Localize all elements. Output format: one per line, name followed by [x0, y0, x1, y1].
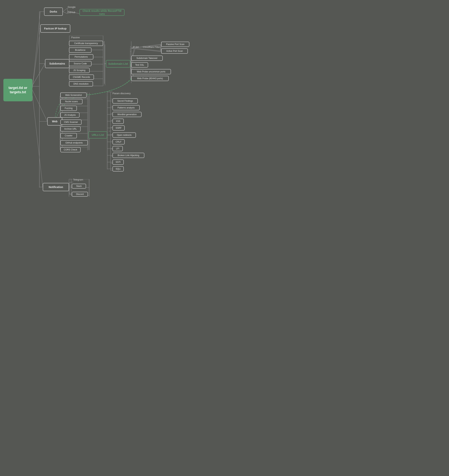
- sqli-box: SQLi: [112, 166, 124, 172]
- passive-port-scan-label: Passive Port Scan: [166, 43, 185, 46]
- secret-findings-label: Secret Findings: [117, 100, 133, 102]
- github-endpoints-box: GitHub endpoints: [60, 140, 88, 145]
- wordlist-generation-box: Wordlist generation: [112, 112, 141, 117]
- web-probe-80-443-box: Web Probe (80/443 ports): [131, 76, 169, 81]
- secret-findings-box: Secret Findings: [112, 98, 138, 103]
- js-analysis-label: JS Analysis: [64, 114, 76, 116]
- favicon-box: Favicon IP lookup: [40, 24, 70, 33]
- notification-box: Notification: [43, 183, 69, 191]
- discord-label: Discord: [76, 193, 84, 195]
- passive-label: Passive: [71, 36, 80, 39]
- svg-line-4: [33, 96, 43, 187]
- source-code-label: Source Code: [74, 62, 87, 65]
- wordlist-generation-label: Wordlist generation: [117, 113, 137, 116]
- broken-link-box: Broken Link Hijacking: [112, 153, 144, 158]
- js-analysis-box: JS Analysis: [60, 112, 79, 118]
- svg-line-67: [104, 41, 130, 46]
- cms-scanner-box: CMS Scanner: [60, 120, 82, 125]
- open-redirects-box: Open redirects: [112, 132, 136, 138]
- dorks-box: Dorks: [44, 7, 63, 16]
- lfi-box: LFI: [112, 146, 123, 151]
- slack-label: Slack: [76, 185, 82, 187]
- js-scraping-label: JS Scraping: [73, 69, 85, 72]
- patterns-analysis-label: Patterns analysis: [118, 106, 135, 109]
- cname-records-label: CNAME Records: [73, 76, 90, 78]
- web-box: Web: [47, 117, 62, 126]
- cms-scanner-label: CMS Scanner: [64, 121, 78, 123]
- favicon-label: Favicon IP lookup: [44, 27, 67, 30]
- lfi-label: LFI: [116, 147, 119, 150]
- slack-box: Slack: [72, 184, 86, 189]
- telegram-label: Telegram: [73, 178, 83, 181]
- ssrf-label: SSRF: [116, 127, 122, 129]
- permutations-label: Permutations: [75, 56, 88, 58]
- dns-resolution-box: DNS resolution: [69, 81, 93, 86]
- github-endpoints-label: GitHub endpoints: [65, 142, 83, 144]
- archive-url-box: Archive URL: [60, 126, 81, 132]
- svg-line-1: [33, 29, 40, 88]
- dns-resolution-label: DNS resolution: [73, 83, 89, 85]
- cors-check-box: CORS Check: [60, 147, 81, 152]
- subdomains-box: Subdomains: [45, 59, 69, 68]
- test-ssl-label: Test SSL: [135, 64, 144, 66]
- source-code-box: Source Code: [69, 61, 91, 66]
- google-label: Google: [68, 6, 76, 8]
- root-label: target.tld or targets.txt: [3, 86, 33, 95]
- web-label: Web: [52, 120, 57, 123]
- test-ssl-box: Test SSL: [131, 62, 148, 68]
- xss-box: XSS: [112, 119, 124, 124]
- active-port-scan-box: Active Port Scan: [161, 48, 188, 54]
- svg-line-7: [63, 12, 67, 14]
- cors-check-label: CORS Check: [64, 149, 77, 151]
- subdomain-list-box: Subdomain List: [106, 60, 130, 68]
- crawler-label: Crawler: [65, 134, 72, 137]
- fuzzing-label: Fuzzing: [65, 107, 73, 109]
- patterns-analysis-box: Patterns analysis: [112, 105, 140, 110]
- open-redirects-label: Open redirects: [117, 134, 132, 136]
- cname-records-box: CNAME Records: [69, 75, 94, 80]
- nuclei-scans-box: Nuclei scans: [60, 99, 83, 104]
- urls-list-box: URLs List: [89, 131, 107, 138]
- sqli-label: SQLi: [116, 167, 121, 170]
- subdomain-list-label: Subdomain List: [108, 62, 128, 65]
- check-results-box: Check results while ReconFTW runs: [79, 9, 124, 16]
- urls-list-label: URLs List: [92, 133, 104, 136]
- web-probe-uncommon-box: Web Probe uncommon ports: [131, 69, 171, 74]
- svg-line-3: [33, 90, 47, 121]
- subdomain-takeover-box: Subdomain Takeover: [131, 56, 163, 61]
- check-results-label: Check results while ReconFTW runs: [81, 9, 123, 15]
- broken-link-label: Broken Link Hijacking: [118, 154, 139, 157]
- ssti-box: SSTI: [112, 160, 124, 165]
- archive-url-label: Archive URL: [64, 128, 77, 130]
- bruteforce-box: Bruteforce: [69, 47, 91, 53]
- ip-list-label: IP list: [133, 46, 139, 48]
- notification-label: Notification: [49, 186, 63, 189]
- crawler-box: Crawler: [60, 133, 77, 138]
- ssti-label: SSTI: [116, 161, 121, 163]
- cloudflare-filter-label: Cloudflare Filter: [143, 46, 160, 48]
- active-port-scan-label: Active Port Scan: [166, 50, 183, 52]
- fuzzing-box: Fuzzing: [60, 106, 77, 111]
- dorks-label: Dorks: [50, 10, 57, 13]
- web-screenshot-box: Web Screenshot: [60, 92, 87, 98]
- param-discovery-label: Param discovery: [112, 92, 131, 95]
- web-probe-80-443-label: Web Probe (80/443 ports): [137, 77, 163, 80]
- subdomains-label: Subdomains: [49, 62, 65, 65]
- svg-line-0: [33, 12, 40, 88]
- cert-transparency-box: Certificate transparency: [69, 41, 103, 46]
- xss-label: XSS: [116, 120, 120, 122]
- web-probe-uncommon-label: Web Probe uncommon ports: [137, 70, 166, 73]
- bruteforce-label: Bruteforce: [75, 49, 85, 52]
- passive-port-scan-box: Passive Port Scan: [161, 42, 189, 47]
- root-node: target.tld or targets.txt: [3, 79, 33, 101]
- crlf-box: CRLF: [112, 139, 125, 144]
- diagram: target.tld or targets.txt Dorks Google G…: [0, 0, 199, 206]
- ssrf-box: SSRF: [112, 125, 125, 131]
- permutations-box: Permutations: [69, 54, 93, 59]
- nuclei-scans-label: Nuclei scans: [65, 100, 78, 103]
- cert-transparency-label: Certificate transparency: [74, 42, 98, 45]
- web-screenshot-label: Web Screenshot: [65, 94, 82, 97]
- js-scraping-box: JS Scraping: [69, 68, 90, 73]
- svg-line-6: [63, 8, 67, 12]
- discord-box: Discord: [72, 192, 88, 197]
